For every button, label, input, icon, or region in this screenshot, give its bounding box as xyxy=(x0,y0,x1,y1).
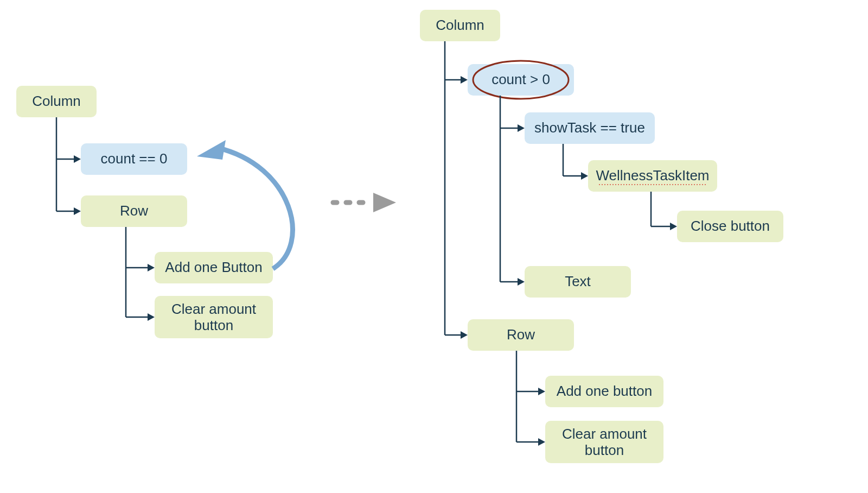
right-node-text: Text xyxy=(525,266,631,298)
right-node-show-task: showTask == true xyxy=(525,112,655,144)
left-connector-column-children xyxy=(56,117,81,215)
right-connector-countgt0-children xyxy=(500,96,525,286)
svg-text:Column: Column xyxy=(436,17,484,33)
svg-marker-48 xyxy=(461,331,468,339)
svg-text:Clear amount: Clear amount xyxy=(171,301,257,317)
blue-curve-arrow xyxy=(197,140,292,269)
svg-marker-64 xyxy=(538,438,545,446)
svg-text:Add one button: Add one button xyxy=(557,383,652,399)
svg-text:count == 0: count == 0 xyxy=(101,150,168,167)
right-node-column: Column xyxy=(420,10,500,41)
left-node-row: Row xyxy=(81,195,187,227)
transition-arrow xyxy=(333,193,396,212)
right-node-wellness-task-item: WellnessTaskItem xyxy=(588,160,717,192)
svg-text:button: button xyxy=(194,317,233,333)
svg-marker-18 xyxy=(148,264,155,271)
svg-marker-62 xyxy=(538,388,545,395)
right-node-count-gt-zero: count > 0 xyxy=(468,61,574,99)
left-node-clear-amount-button: Clear amount button xyxy=(155,296,273,338)
right-node-row: Row xyxy=(468,319,574,351)
svg-text:showTask == true: showTask == true xyxy=(534,119,645,136)
svg-marker-53 xyxy=(518,278,525,286)
svg-marker-51 xyxy=(518,124,525,132)
right-node-clear-amount-button: Clear amount button xyxy=(545,421,663,463)
svg-marker-46 xyxy=(461,76,468,84)
diagram-canvas: Column count == 0 Row Add one Button Cle… xyxy=(0,0,868,493)
svg-marker-21 xyxy=(197,140,226,160)
right-connector-row-children xyxy=(516,351,545,446)
svg-text:count > 0: count > 0 xyxy=(492,71,550,87)
left-node-column: Column xyxy=(16,86,97,117)
svg-text:Column: Column xyxy=(32,93,81,109)
svg-marker-59 xyxy=(670,223,677,230)
right-connector-column-children xyxy=(445,41,468,339)
svg-marker-15 xyxy=(74,207,81,215)
svg-marker-23 xyxy=(373,193,396,212)
svg-text:Close button: Close button xyxy=(691,218,770,234)
right-connector-showtask-child xyxy=(563,144,588,180)
svg-text:Clear amount: Clear amount xyxy=(562,426,647,442)
svg-text:Add one Button: Add one Button xyxy=(165,259,262,275)
svg-marker-13 xyxy=(74,155,81,163)
left-node-count-eq-zero: count == 0 xyxy=(81,143,187,175)
svg-marker-20 xyxy=(148,313,155,321)
right-node-add-one-button: Add one button xyxy=(545,376,663,407)
svg-text:WellnessTaskItem: WellnessTaskItem xyxy=(596,167,709,184)
svg-text:button: button xyxy=(585,442,624,458)
svg-text:Row: Row xyxy=(507,326,535,343)
right-connector-wellness-child xyxy=(651,192,677,230)
svg-text:Text: Text xyxy=(565,273,591,289)
left-node-add-one-button: Add one Button xyxy=(155,252,273,283)
svg-text:Row: Row xyxy=(120,203,148,219)
left-connector-row-children xyxy=(126,227,155,321)
right-node-close-button: Close button xyxy=(677,211,783,242)
svg-marker-56 xyxy=(581,172,588,180)
